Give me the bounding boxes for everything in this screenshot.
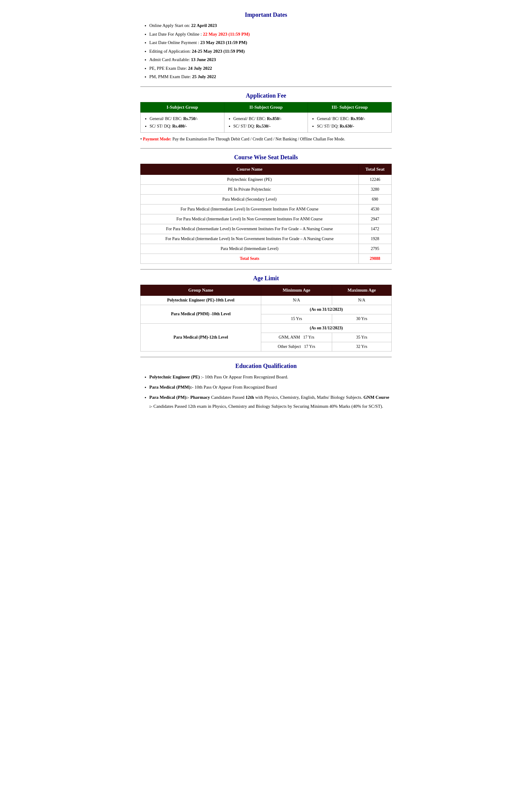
list-item: PM, PMM Exam Date: 25 July 2022: [149, 72, 392, 81]
divider: [140, 269, 392, 270]
edu-qual-list: Polytechnic Engineer (PE) :- 10th Pass O…: [140, 373, 392, 411]
edu-bold: Para Medical (PMM):-: [149, 385, 193, 389]
min-age: N/A: [261, 296, 332, 305]
edu-text: 10th Pass Or Appear From Recognized Boar…: [194, 385, 277, 389]
table-row: Para Medical (PM)-12th Level (As on 31/1…: [141, 323, 392, 333]
table-row: PE In Private Polytechnic 3280: [141, 184, 392, 194]
course-name: Para Medical (Intermediate Level): [141, 244, 359, 254]
course-name: Para Medical (Secondary Level): [141, 194, 359, 204]
seat-count: 2947: [358, 214, 391, 224]
seat-count: 690: [358, 194, 391, 204]
col-max: Maximum Age: [332, 285, 391, 296]
list-item: Polytechnic Engineer (PE) :- 10th Pass O…: [149, 373, 392, 381]
total-row: Total Seats 29888: [141, 254, 392, 263]
fee-item: SC/ ST/ DQ: Rs.530/-: [233, 123, 304, 130]
course-name: Polytechnic Engineer (PE): [141, 175, 359, 184]
total-value: 29888: [358, 254, 391, 263]
pe-exam-date: 24 July 2022: [188, 66, 212, 71]
payment-note: • Payment Mode: Pay the Examination Fee …: [140, 136, 392, 143]
fee-item: General/ BC/ EBC: Rs.750/-: [150, 115, 220, 123]
fee-cell-2: General/ BC/ EBC: Rs.850/- SC/ ST/ DQ: R…: [224, 112, 308, 132]
table-row: For Para Medical (Intermediate Level) In…: [141, 224, 392, 234]
total-label: Total Seats: [141, 254, 359, 263]
col-min: Minimum Age: [261, 285, 332, 296]
seat-col-course: Course Name: [141, 164, 359, 175]
table-row: For Para Medical (Intermediate Level) In…: [141, 204, 392, 214]
max-age: N/A: [332, 296, 391, 305]
list-item: Para Medical (PMM):- 10th Pass Or Appear…: [149, 383, 392, 391]
important-dates-title: Important Dates: [140, 11, 392, 18]
fee-item: General/ BC/ EBC: Rs.950/-: [317, 115, 388, 123]
application-fee-section: Application Fee I-Subject Group II-Subje…: [140, 92, 392, 143]
table-row: Para Medical (PMM) -10th Level (As on 31…: [141, 305, 392, 314]
seat-count: 2795: [358, 244, 391, 254]
edu-qual-title: Education Qualification: [140, 362, 392, 370]
table-row: For Para Medical (Intermediate Level) In…: [141, 234, 392, 244]
fee-col-1: I-Subject Group: [141, 102, 224, 112]
list-item: Last Date Online Payment : 23 May 2023 (…: [149, 38, 392, 47]
course-seat-title: Course Wise Seat Details: [140, 154, 392, 161]
pmm-note: (As on 31/12/2023): [261, 305, 392, 314]
fee-cell-3: General/ BC/ EBC: Rs.950/- SC/ ST/ DQ: R…: [308, 112, 392, 132]
list-item: PE, PPE Exam Date: 24 July 2022: [149, 64, 392, 73]
course-name: PE In Private Polytechnic: [141, 184, 359, 194]
payment-mode-text: Pay the Examination Fee Through Debit Ca…: [172, 137, 345, 141]
seat-count: 1472: [358, 224, 391, 234]
list-item: Admit Card Available: 13 June 2023: [149, 55, 392, 64]
application-fee-title: Application Fee: [140, 92, 392, 99]
fee-item: SC/ ST/ DQ: Rs.480/-: [150, 123, 220, 130]
course-name: For Para Medical (Intermediate Level) In…: [141, 204, 359, 214]
course-name: For Para Medical (Intermediate Level) In…: [141, 224, 359, 234]
age-limit-final-section: Age Limit Group Name Minimum Age Maximum…: [140, 275, 392, 352]
table-row: Para Medical (Secondary Level) 690: [141, 194, 392, 204]
pm-other-min: Other Subject 17 Yrs: [261, 342, 332, 351]
col-group: Group Name: [141, 285, 261, 296]
payment-mode-label: Payment Mode:: [143, 137, 171, 141]
table-row: Polytechnic Engineer (PE)-10th Level N/A…: [141, 296, 392, 305]
table-row: For Para Medical (Intermediate Level) In…: [141, 214, 392, 224]
fee-col-2: II-Subject Group: [224, 102, 308, 112]
course-seat-section: Course Wise Seat Details Course Name Tot…: [140, 154, 392, 264]
important-dates-list: Online Apply Start on: 22 April 2023 Las…: [140, 21, 392, 81]
course-name: For Para Medical (Intermediate Level) In…: [141, 214, 359, 224]
list-item: Last Date For Apply Online : 22 May 2023…: [149, 30, 392, 39]
editing-date-value: 24-25 May 2023 (11:59 PM): [192, 49, 245, 54]
payment-date-value: 23 May 2023 (11:59 PM): [200, 40, 247, 45]
table-row: Polytechnic Engineer (PE) 12246: [141, 175, 392, 184]
list-item: Editing of Application: 24-25 May 2023 (…: [149, 47, 392, 56]
important-dates-section: Important Dates Online Apply Start on: 2…: [140, 11, 392, 81]
edu-text: :- 10th Pass Or Appear From Recognized B…: [201, 375, 288, 379]
fee-item: General/ BC/ EBC: Rs.850/-: [233, 115, 304, 123]
pm-other-max: 32 Yrs: [332, 342, 391, 351]
pm-gnm-max: 35 Yrs: [332, 333, 391, 342]
fee-row: General/ BC/ EBC: Rs.750/- SC/ ST/ DQ: R…: [141, 112, 392, 132]
divider: [140, 148, 392, 149]
seat-count: 3280: [358, 184, 391, 194]
age-table-final: Group Name Minimum Age Maximum Age Polyt…: [140, 285, 392, 352]
date-value: 22 April 2023: [191, 23, 217, 28]
seat-table: Course Name Total Seat Polytechnic Engin…: [140, 164, 392, 264]
seat-col-total: Total Seat: [358, 164, 391, 175]
table-row: Para Medical (Intermediate Level) 2795: [141, 244, 392, 254]
fee-cell-1: General/ BC/ EBC: Rs.750/- SC/ ST/ DQ: R…: [141, 112, 224, 132]
pm-exam-date: 25 July 2022: [192, 74, 216, 79]
fee-item: SC/ ST/ DQ: Rs.630/-: [317, 123, 388, 130]
fee-col-3: III- Subject Group: [308, 102, 392, 112]
divider: [140, 86, 392, 87]
seat-count: 12246: [358, 175, 391, 184]
edu-bold: Polytechnic Engineer (PE): [149, 375, 200, 379]
edu-text: Candidates Passed 12th with Physics, Che…: [211, 395, 364, 400]
seat-count: 4530: [358, 204, 391, 214]
pm-gnm-min: GNM, ANM 17 Yrs: [261, 333, 332, 342]
course-name: For Para Medical (Intermediate Level) In…: [141, 234, 359, 244]
edu-bold: Para Medical (PM):- Pharmacy: [149, 395, 210, 400]
group-name: Para Medical (PMM) -10th Level: [141, 305, 261, 323]
edu-text-2: Candidates Passed 12th exam in Physics, …: [154, 404, 383, 409]
admit-card-date: 13 June 2023: [191, 57, 216, 62]
fee-table: I-Subject Group II-Subject Group III- Su…: [140, 102, 392, 133]
list-item: Online Apply Start on: 22 April 2023: [149, 21, 392, 30]
age-limit-title-final: Age Limit: [140, 275, 392, 282]
seat-count: 1928: [358, 234, 391, 244]
group-name: Para Medical (PM)-12th Level: [141, 323, 261, 351]
education-qualification-section: Education Qualification Polytechnic Engi…: [140, 362, 392, 411]
